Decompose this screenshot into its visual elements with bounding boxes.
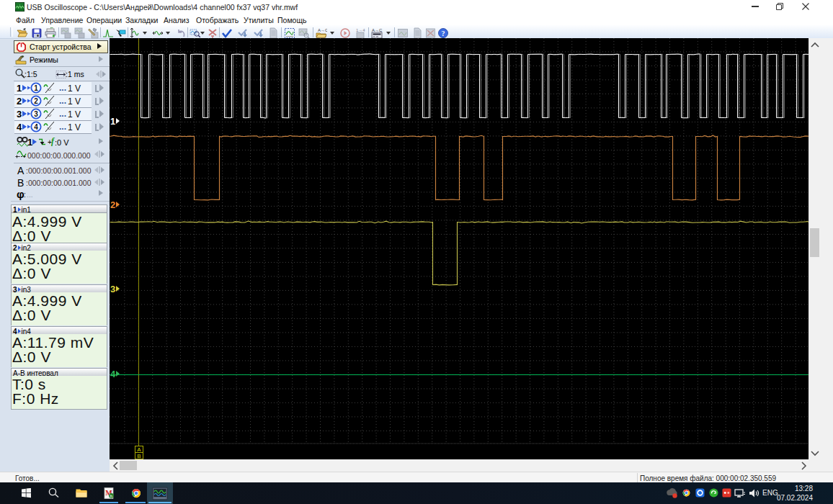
svg-text:3: 3 — [34, 110, 38, 118]
svg-text:1→4: 1→4 — [356, 28, 365, 32]
svg-text:A: A — [137, 446, 141, 453]
svg-text:2: 2 — [34, 97, 38, 105]
svg-text:4: 4 — [34, 123, 38, 131]
svg-text:?: ? — [442, 30, 445, 37]
svg-text:B: B — [137, 453, 141, 459]
svg-text:1: 1 — [34, 84, 38, 92]
svg-text:А→С: А→С — [318, 28, 327, 32]
svg-text:А→С: А→С — [372, 28, 383, 32]
